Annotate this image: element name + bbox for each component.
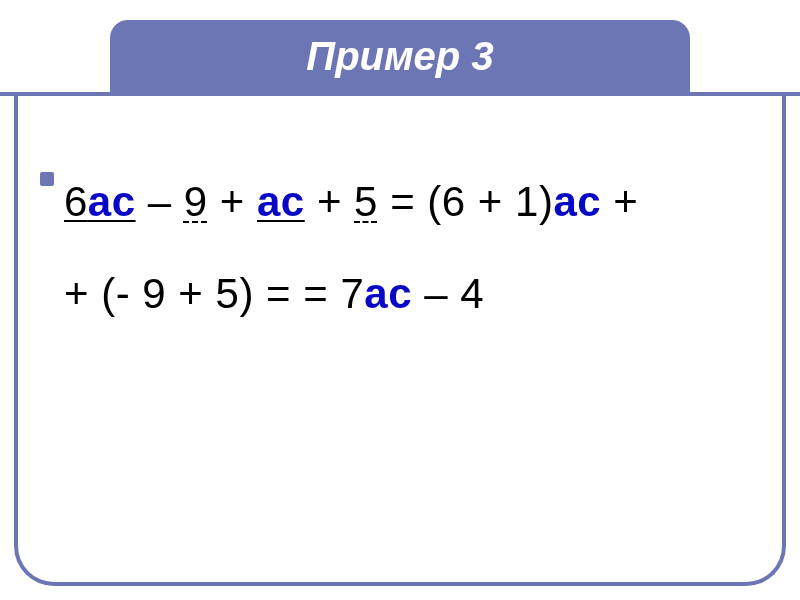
var-ac-3: ас: [553, 178, 601, 225]
op-plus-3: +: [601, 178, 638, 225]
coef-6: 6: [64, 178, 88, 225]
bullet-icon: [40, 172, 54, 186]
slide-title: Пример 3: [306, 34, 493, 79]
var-ac-4: ас: [364, 270, 412, 317]
content-frame: 6ас – 9 + ас + 5 = (6 + 1)ас + + (- 9 + …: [14, 96, 786, 586]
const-5: 5: [354, 178, 378, 225]
eq-1: =: [378, 178, 427, 225]
op-plus-1: +: [208, 178, 257, 225]
term-ac: ас: [257, 178, 305, 225]
var-ac-2: ас: [257, 178, 305, 225]
var-ac-1: ас: [88, 178, 136, 225]
const-9: 9: [184, 178, 208, 225]
group-6-plus-1: (6 + 1): [427, 178, 553, 225]
equation-block: 6ас – 9 + ас + 5 = (6 + 1)ас + + (- 9 + …: [64, 156, 742, 341]
equation-line-2: + (- 9 + 5) = = 7ас – 4: [64, 248, 742, 340]
title-banner: Пример 3: [110, 20, 690, 92]
line2-tail: – 4: [412, 270, 484, 317]
op-minus-1: –: [136, 178, 184, 225]
equation-line-1: 6ас – 9 + ас + 5 = (6 + 1)ас +: [64, 156, 742, 248]
line2-lead: + (- 9 + 5) = = 7: [64, 270, 364, 317]
term-6ac: 6ас: [64, 178, 136, 225]
op-plus-2: +: [305, 178, 354, 225]
